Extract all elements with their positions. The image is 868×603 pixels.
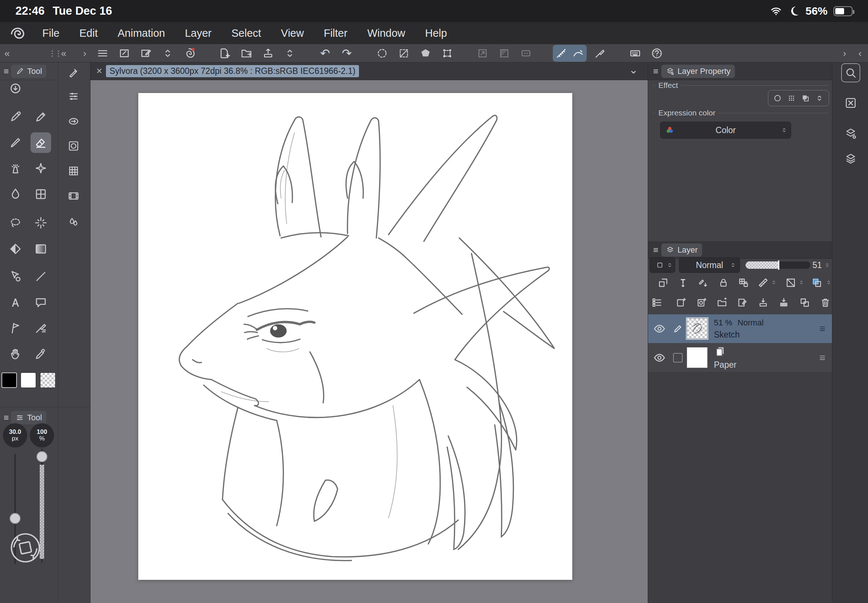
layer-opacity-stepper-icon[interactable] (824, 259, 831, 271)
layer-property-menu-icon[interactable]: ≡ (653, 66, 658, 76)
layer-opacity-slider[interactable] (746, 261, 810, 269)
figure-tool[interactable] (5, 239, 26, 259)
deselect-icon[interactable] (395, 45, 412, 62)
rotate-canvas-button[interactable] (9, 531, 42, 564)
right-strip-collapse[interactable]: ‹ (859, 44, 862, 62)
fill-selection-icon[interactable] (417, 45, 434, 62)
layer-opacity-knob[interactable] (778, 260, 779, 270)
draft-layer-button[interactable] (695, 275, 711, 291)
combine-view-button[interactable] (797, 295, 813, 311)
main-menu-icon[interactable] (94, 45, 111, 62)
layer-palette-dropdown[interactable] (650, 257, 675, 273)
resize-chevrons-icon[interactable] (159, 45, 176, 62)
brush-size-value[interactable]: 30.0 px (3, 423, 27, 447)
new-layer-button[interactable] (673, 295, 689, 311)
snap-to-ruler-icon[interactable] (553, 45, 570, 62)
new-file-icon[interactable] (216, 45, 233, 62)
operation-tool[interactable] (5, 266, 26, 287)
layer-row-handle[interactable]: ≡ (820, 352, 825, 363)
lock-transparent-button[interactable] (735, 275, 751, 291)
selection-tool[interactable] (5, 212, 26, 233)
effect-none-icon[interactable] (773, 93, 782, 103)
effect-tone-icon[interactable] (787, 93, 796, 103)
color-set-icon[interactable] (65, 162, 82, 180)
menu-help[interactable]: Help (415, 27, 457, 39)
snap-to-guide-icon[interactable] (591, 45, 608, 62)
undo-icon[interactable]: ↶ (317, 45, 334, 62)
delete-layer-button[interactable] (817, 295, 834, 311)
brush-opacity-value[interactable]: 100 % (30, 423, 54, 447)
tab-layer[interactable]: Layer (661, 243, 702, 257)
layer-visibility-icon[interactable] (653, 351, 666, 364)
shortcut-keyboard-icon[interactable] (627, 45, 644, 62)
redo-icon[interactable]: ↷ (338, 45, 355, 62)
export-share-icon[interactable] (260, 45, 277, 62)
menu-select[interactable]: Select (221, 27, 271, 39)
layer-thumbnail[interactable] (687, 318, 708, 339)
layer-property-panel-icon[interactable] (841, 124, 860, 143)
layer-color-button[interactable] (809, 275, 825, 291)
tool-property-menu-icon[interactable]: ≡ (4, 413, 9, 423)
left-panel-handle[interactable]: ⋮⋮ (48, 44, 61, 62)
eraser-tool[interactable] (31, 132, 51, 153)
ruler-range-stepper-icon[interactable] (771, 276, 777, 289)
lock-layer-button[interactable] (715, 275, 732, 291)
layer-thumbnail[interactable] (687, 347, 708, 368)
reselect-icon[interactable] (374, 45, 391, 62)
layer-list-view-button[interactable] (649, 295, 665, 311)
paper-texture-button[interactable] (734, 295, 750, 311)
canvas-area[interactable] (90, 80, 648, 603)
blend-mode-dropdown[interactable]: Normal (679, 257, 740, 273)
material-panel-icon[interactable] (841, 93, 860, 113)
layer-row-paper[interactable]: Paper ≡ (648, 343, 832, 373)
canvas-settings-icon[interactable] (116, 45, 133, 62)
balloon-tool[interactable] (31, 292, 51, 313)
layer-visibility-icon[interactable] (653, 322, 666, 335)
menu-layer[interactable]: Layer (175, 27, 222, 39)
tab-layer-property[interactable]: Layer Property (661, 65, 735, 78)
gradient-tool[interactable] (31, 239, 51, 259)
main-color-swatch[interactable] (2, 373, 17, 388)
clip-studio-logo-icon[interactable] (9, 25, 26, 42)
open-file-icon[interactable] (238, 45, 255, 62)
correct-line-tool[interactable] (5, 318, 26, 338)
sub-color-swatch[interactable] (21, 373, 36, 388)
canvas[interactable] (138, 93, 572, 580)
tab-tool[interactable]: Tool (11, 65, 46, 78)
airbrush-tool[interactable] (5, 158, 26, 179)
new-folder-button[interactable] (714, 295, 730, 311)
eyedropper-tool[interactable] (31, 344, 51, 364)
brush-size-slider-knob[interactable] (9, 513, 21, 524)
brush-opacity-slider-knob[interactable] (36, 451, 48, 462)
material-icon[interactable] (65, 187, 82, 205)
auto-select-tool[interactable] (31, 212, 51, 233)
move-tool[interactable] (5, 79, 26, 99)
tool-property-icon[interactable] (65, 88, 82, 105)
transparent-color-swatch[interactable] (40, 373, 56, 388)
effect-stepper-icon[interactable] (815, 93, 824, 103)
liquify-tool[interactable] (31, 318, 51, 338)
subpanel-collapse[interactable]: « (61, 44, 66, 62)
document-tab[interactable]: Sylvora (3200 x 3600px 72dpi 36.8% : RGB… (106, 65, 359, 77)
menu-view[interactable]: View (271, 27, 314, 39)
layer-color-stepper-icon[interactable] (825, 276, 832, 289)
pattern-tool[interactable] (31, 184, 51, 204)
layer-row-sketch[interactable]: 51 % Normal Sketch ≡ (648, 314, 832, 343)
right-panel-handle[interactable]: ⋮⋮ (650, 44, 663, 62)
tab-overflow-icon[interactable]: ⌄ (629, 63, 638, 76)
left-panel-collapse[interactable]: « (5, 44, 9, 62)
right-strip-expand[interactable]: › (843, 44, 846, 62)
sub-tool-icon[interactable] (65, 63, 82, 81)
pen-tool[interactable] (5, 107, 26, 127)
transform-icon[interactable] (439, 45, 456, 62)
decoration-tool[interactable] (31, 158, 51, 179)
hand-tool[interactable] (5, 344, 26, 364)
menu-window[interactable]: Window (357, 27, 415, 39)
merge-down-button[interactable] (776, 295, 792, 311)
new-vector-layer-button[interactable] (694, 295, 710, 311)
quick-access-panel-icon[interactable] (841, 63, 860, 82)
effect-layer-color-icon[interactable] (801, 93, 810, 103)
layer-panel-icon[interactable] (841, 149, 860, 168)
transfer-down-button[interactable] (755, 295, 771, 311)
menu-filter[interactable]: Filter (314, 27, 357, 39)
